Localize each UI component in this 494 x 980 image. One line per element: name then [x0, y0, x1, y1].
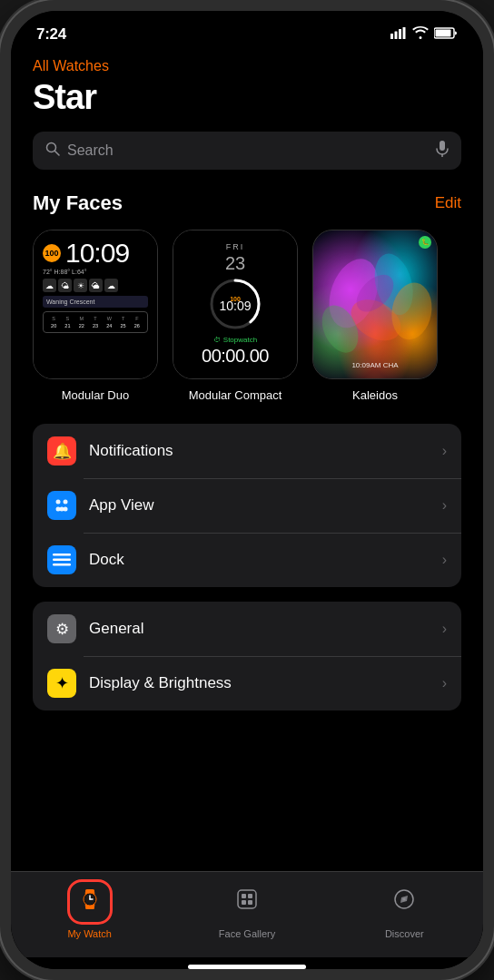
display-brightness-chevron: ›: [442, 675, 447, 691]
dock-chevron: ›: [442, 552, 447, 568]
general-chevron: ›: [442, 621, 447, 637]
tab-discover[interactable]: Discover: [326, 879, 483, 939]
app-view-icon: [47, 491, 76, 520]
svg-rect-5: [436, 30, 451, 37]
svg-point-42: [403, 897, 406, 900]
faces-row: 100 10:09 72° H:88° L:64° ☁ 🌤 ☀ 🌥 ☁: [11, 230, 483, 402]
svg-rect-2: [399, 29, 401, 39]
svg-rect-0: [390, 34, 393, 39]
svg-rect-37: [248, 894, 252, 898]
tab-active-bg: [67, 879, 113, 925]
header: All Watches Star: [11, 51, 483, 117]
tab-my-watch-icon-wrap: [67, 879, 113, 925]
svg-text:10:09: 10:09: [219, 299, 251, 313]
all-watches-link[interactable]: All Watches: [33, 58, 461, 74]
phone-screen: 7:24 All Watches: [11, 11, 483, 969]
watch-face-img-kaleidoscope: 🐛 10:09AM CHA: [312, 230, 438, 379]
notifications-label: Notifications: [89, 442, 430, 460]
display-brightness-label: Display & Brightness: [89, 674, 430, 692]
svg-rect-1: [395, 32, 398, 40]
screen: 7:24 All Watches: [11, 11, 483, 969]
tab-face-gallery[interactable]: Face Gallery: [168, 879, 325, 939]
tab-face-gallery-label: Face Gallery: [219, 928, 275, 939]
mic-icon: [436, 141, 449, 161]
menu-item-dock[interactable]: Dock ›: [33, 533, 461, 587]
dock-label: Dock: [89, 551, 430, 569]
tab-discover-label: Discover: [385, 928, 424, 939]
tab-my-watch-label: My Watch: [67, 928, 112, 939]
dock-icon: [47, 545, 76, 574]
my-faces-title: My Faces: [33, 191, 123, 215]
svg-rect-26: [53, 559, 71, 562]
svg-point-20: [56, 500, 61, 505]
general-icon: ⚙: [47, 614, 76, 643]
page-title: Star: [33, 78, 461, 117]
svg-point-23: [56, 507, 61, 512]
menu-item-notifications[interactable]: 🔔 Notifications ›: [33, 424, 461, 478]
svg-point-21: [64, 500, 68, 505]
menu-item-app-view[interactable]: App View ›: [33, 478, 461, 533]
svg-rect-3: [403, 27, 406, 39]
discover-tab-icon: [391, 887, 417, 918]
svg-rect-36: [242, 894, 246, 898]
svg-rect-8: [440, 141, 445, 151]
svg-rect-35: [238, 890, 256, 908]
search-bar[interactable]: Search: [33, 132, 461, 170]
svg-rect-39: [248, 900, 252, 905]
notch: [188, 11, 306, 38]
notifications-icon: 🔔: [47, 436, 76, 466]
tab-face-gallery-icon-wrap: [224, 879, 270, 925]
face-label-modular-compact: Modular Compact: [189, 388, 282, 402]
menu-item-display-brightness[interactable]: ✦ Display & Brightness ›: [33, 656, 461, 710]
main-content: All Watches Star Search My Faces E: [11, 51, 483, 871]
tab-bar: My Watch: [11, 871, 483, 957]
menu-section-2: ⚙ General › ✦ Display & Brightness ›: [33, 602, 461, 710]
watch-face-img-modular-duo: 100 10:09 72° H:88° L:64° ☁ 🌤 ☀ 🌥 ☁: [33, 230, 158, 379]
svg-rect-25: [53, 554, 71, 556]
status-icons: [390, 26, 458, 43]
phone-frame: 7:24 All Watches: [0, 0, 494, 980]
face-label-modular-duo: Modular Duo: [62, 388, 129, 402]
tab-my-watch[interactable]: My Watch: [11, 879, 168, 939]
wifi-icon: [412, 26, 429, 43]
display-brightness-icon: ✦: [47, 669, 76, 698]
svg-line-7: [55, 152, 60, 156]
face-label-kaleidoscope: Kaleidos: [352, 388, 398, 402]
general-label: General: [89, 620, 430, 638]
menu-item-general[interactable]: ⚙ General ›: [33, 602, 461, 656]
face-gallery-tab-icon: [234, 887, 260, 918]
search-placeholder[interactable]: Search: [67, 142, 429, 159]
watch-face-img-modular-compact: FRI 23 100 10:09: [173, 230, 298, 379]
notifications-chevron: ›: [442, 443, 447, 459]
watch-face-modular-compact[interactable]: FRI 23 100 10:09: [173, 230, 298, 402]
svg-rect-27: [53, 564, 71, 566]
app-view-label: App View: [89, 496, 430, 514]
signal-icon: [390, 27, 407, 42]
search-icon: [45, 142, 60, 160]
app-view-chevron: ›: [442, 497, 447, 514]
watch-face-modular-duo[interactable]: 100 10:09 72° H:88° L:64° ☁ 🌤 ☀ 🌥 ☁: [33, 230, 158, 402]
battery-icon: [434, 26, 458, 43]
tab-discover-icon-wrap: [381, 879, 427, 925]
svg-point-24: [64, 507, 68, 512]
menu-section-1: 🔔 Notifications ›: [33, 424, 461, 587]
my-faces-header: My Faces Edit: [11, 191, 483, 215]
home-indicator: [188, 965, 306, 969]
edit-button[interactable]: Edit: [435, 194, 461, 212]
svg-rect-38: [242, 900, 246, 905]
status-time: 7:24: [36, 25, 66, 44]
watch-face-kaleidoscope[interactable]: 🐛 10:09AM CHA Kaleidos: [312, 230, 438, 402]
